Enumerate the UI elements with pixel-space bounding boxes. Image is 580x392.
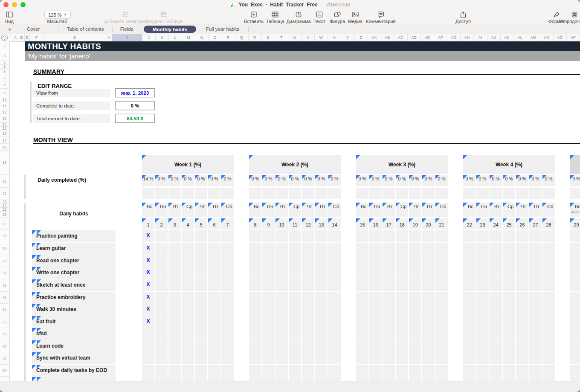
daily-completed-cell[interactable]: 0 %: [221, 175, 234, 186]
habit-day-cell[interactable]: [542, 304, 555, 316]
day-name-cell[interactable]: Пн: [476, 203, 489, 217]
habit-day-cell[interactable]: [570, 267, 580, 279]
habit-day-cell[interactable]: [182, 255, 194, 267]
habit-day-cell[interactable]: [422, 279, 435, 291]
week-header[interactable]: Week 2 (%): [249, 155, 341, 174]
habit-day-cell[interactable]: [328, 328, 341, 340]
habit-day-cell[interactable]: [463, 365, 476, 377]
week-header[interactable]: Week 1 (%): [142, 155, 234, 174]
empty-cell[interactable]: [422, 188, 435, 199]
habit-day-cell[interactable]: [262, 292, 275, 304]
habit-label-cell[interactable]: Practice embroidery: [32, 292, 116, 304]
habit-day-cell[interactable]: [328, 243, 341, 255]
date-cell[interactable]: 9: [262, 218, 275, 229]
date-cell[interactable]: 3: [168, 218, 181, 229]
empty-cell[interactable]: [516, 188, 528, 199]
habit-day-cell[interactable]: [289, 255, 301, 267]
habit-day-cell[interactable]: [168, 267, 181, 279]
habit-day-cell[interactable]: [182, 304, 194, 316]
date-cell[interactable]: 20: [422, 218, 435, 229]
habit-day-cell[interactable]: [182, 279, 194, 291]
empty-cell[interactable]: [276, 188, 288, 199]
habit-day-cell[interactable]: [249, 279, 261, 291]
habit-day-cell[interactable]: [289, 352, 301, 364]
habit-day-cell[interactable]: [195, 279, 207, 291]
habit-day-cell[interactable]: [262, 255, 275, 267]
habit-day-cell[interactable]: [490, 304, 502, 316]
habit-day-cell[interactable]: [435, 352, 448, 364]
daily-completed-cell[interactable]: 0 %: [315, 175, 328, 186]
habit-day-cell[interactable]: [289, 365, 301, 377]
habit-day-cell[interactable]: [195, 340, 207, 352]
habit-label-cell[interactable]: Write one chapter: [32, 267, 116, 279]
habit-day-cell[interactable]: [503, 328, 515, 340]
habit-day-cell[interactable]: [168, 230, 181, 242]
habit-day-cell[interactable]: [435, 267, 448, 279]
habit-day-cell[interactable]: [490, 243, 502, 255]
habit-day-cell[interactable]: [396, 352, 408, 364]
habit-day-cell[interactable]: [503, 292, 515, 304]
habit-day-cell[interactable]: [570, 230, 580, 242]
habit-day-cell[interactable]: [369, 230, 382, 242]
habit-day-cell[interactable]: [289, 230, 301, 242]
day-name-cell[interactable]: Пт: [422, 203, 435, 217]
day-name-cell[interactable]: Ср: [289, 203, 301, 217]
habit-label-cell[interactable]: Learn code: [32, 340, 116, 352]
day-name-cell[interactable]: Вт: [276, 203, 288, 217]
daily-completed-cell[interactable]: 0 %: [249, 175, 261, 186]
habit-label-cell[interactable]: Sketch at least once: [32, 279, 116, 291]
habit-day-cell[interactable]: [542, 352, 555, 364]
empty-cell[interactable]: [249, 188, 261, 199]
habit-day-cell[interactable]: [262, 340, 275, 352]
day-name-cell[interactable]: Пт: [529, 203, 542, 217]
daily-completed-cell[interactable]: 0 %: [516, 175, 528, 186]
habit-day-cell[interactable]: [208, 267, 220, 279]
habit-day-cell[interactable]: [276, 304, 288, 316]
habit-day-cell[interactable]: [168, 340, 181, 352]
habit-day-cell[interactable]: [542, 243, 555, 255]
habit-day-cell[interactable]: [503, 279, 515, 291]
habit-day-cell[interactable]: [315, 365, 328, 377]
habit-day-cell[interactable]: [490, 255, 502, 267]
empty-cell[interactable]: [208, 188, 220, 199]
daily-completed-cell[interactable]: 0 %: [208, 175, 220, 186]
habit-day-cell[interactable]: [262, 230, 275, 242]
habit-day-cell[interactable]: [221, 340, 234, 352]
date-cell[interactable]: 21: [435, 218, 448, 229]
empty-cell[interactable]: [476, 188, 489, 199]
habit-day-cell[interactable]: [396, 267, 408, 279]
habit-day-cell[interactable]: [422, 267, 435, 279]
empty-cell[interactable]: [328, 188, 341, 199]
habit-day-cell[interactable]: [195, 316, 207, 328]
habit-day-cell[interactable]: [262, 352, 275, 364]
habit-day-cell[interactable]: [409, 340, 421, 352]
habit-day-cell[interactable]: [463, 352, 476, 364]
habit-day-cell[interactable]: [356, 365, 368, 377]
habit-day-cell[interactable]: X: [142, 316, 154, 328]
habit-day-cell[interactable]: [328, 267, 341, 279]
habit-day-cell[interactable]: [542, 267, 555, 279]
habit-day-cell[interactable]: [516, 304, 528, 316]
habit-label-cell[interactable]: sfsd: [32, 328, 116, 340]
habit-day-cell[interactable]: [195, 255, 207, 267]
empty-cell[interactable]: [289, 188, 301, 199]
habit-day-cell[interactable]: [542, 255, 555, 267]
habit-day-cell[interactable]: [516, 365, 528, 377]
habit-day-cell[interactable]: X: [142, 304, 154, 316]
habit-day-cell[interactable]: [516, 267, 528, 279]
habit-day-cell[interactable]: [302, 328, 314, 340]
habit-day-cell[interactable]: [435, 316, 448, 328]
habit-day-cell[interactable]: [503, 316, 515, 328]
daily-completed-cell[interactable]: 0 %: [422, 175, 435, 186]
habit-day-cell[interactable]: [289, 279, 301, 291]
habit-day-cell[interactable]: [168, 243, 181, 255]
date-cell[interactable]: 4: [182, 218, 194, 229]
daily-completed-cell[interactable]: 0 %: [195, 175, 207, 186]
habit-day-cell[interactable]: [182, 352, 194, 364]
habit-day-cell[interactable]: [383, 316, 395, 328]
habit-day-cell[interactable]: [315, 279, 328, 291]
habit-day-cell[interactable]: [221, 328, 234, 340]
habit-day-cell[interactable]: [529, 279, 542, 291]
day-name-cell[interactable]: Чт: [195, 203, 207, 217]
habit-day-cell[interactable]: [276, 340, 288, 352]
